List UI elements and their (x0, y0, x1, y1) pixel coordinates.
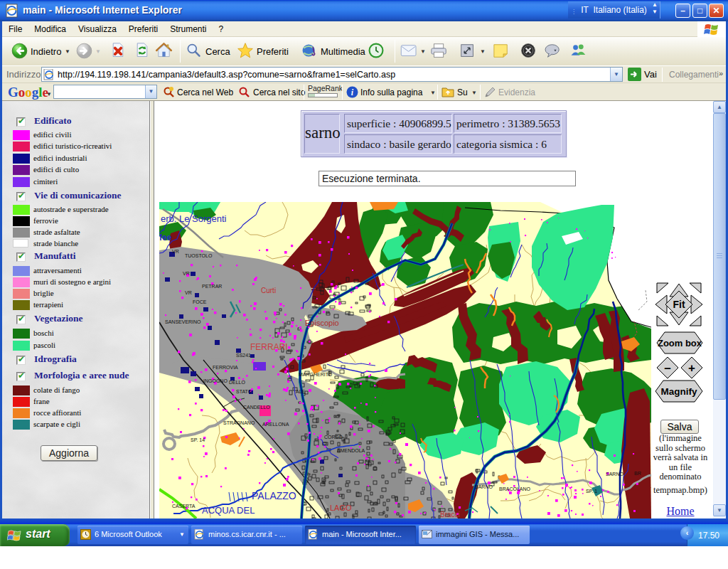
svg-text:Fit: Fit (673, 299, 685, 310)
svg-text:ARELLONA: ARELLONA (262, 422, 289, 427)
svg-text:SP. 14: SP. 14 (191, 437, 205, 442)
svg-text:CORSO: CORSO (324, 435, 343, 440)
svg-text:SP. 1: SP. 1 (586, 489, 597, 494)
svg-text:PALAZZO: PALAZZO (252, 490, 296, 501)
svg-text:VR: VR (185, 290, 192, 295)
svg-text:FOCE: FOCE (193, 299, 207, 304)
svg-text:erb. Le Sorgenti: erb. Le Sorgenti (161, 213, 227, 224)
svg-text:PETRAR: PETRAR (202, 284, 222, 289)
svg-text:FERROVIA: FERROVIA (213, 365, 238, 370)
svg-text:+: + (688, 361, 695, 375)
svg-text:TUOSTOLO: TUOSTOLO (185, 253, 213, 258)
svg-text:SARNO: SARNO (606, 472, 623, 477)
svg-text:STATO: STATO (236, 389, 252, 394)
svg-text:AMENDOLA: AMENDOLA (337, 448, 365, 453)
svg-text:Magnify: Magnify (660, 386, 697, 397)
svg-text:Episcopio: Episcopio (305, 319, 339, 327)
svg-text:INGOGNO: INGOGNO (203, 378, 228, 383)
svg-text:ACQUA DEL: ACQUA DEL (202, 505, 255, 516)
svg-text:ALE: ALE (296, 389, 306, 394)
svg-text:–: – (664, 361, 670, 375)
svg-text:SANSEVERINO: SANSEVERINO (165, 319, 201, 324)
svg-text:fee: fee (159, 233, 172, 243)
svg-text:DELLO: DELLO (229, 380, 246, 385)
svg-text:FERRARI: FERRARI (250, 342, 288, 352)
svg-text:Zoom box: Zoom box (658, 338, 702, 349)
svg-text:SARNO: SARNO (475, 484, 493, 489)
svg-text:BRACOLANO: BRACOLANO (499, 486, 531, 491)
svg-text:LAGO: LAGO (330, 504, 352, 512)
svg-text:STRAGNANO: STRAGNANO (223, 420, 255, 425)
svg-text:Curti: Curti (261, 287, 276, 294)
svg-text:MARGHERITO: MARGHERITO (299, 372, 333, 377)
svg-text:VR: VR (183, 271, 190, 276)
svg-text:VR: VR (172, 249, 179, 254)
svg-text:SS241: SS241 (236, 353, 251, 358)
svg-text:Bracci: Bracci (440, 511, 460, 519)
svg-text:BR: BR (634, 471, 641, 476)
svg-text:CASERTA: CASERTA (172, 504, 196, 509)
svg-text:CANDELLO: CANDELLO (243, 405, 270, 410)
